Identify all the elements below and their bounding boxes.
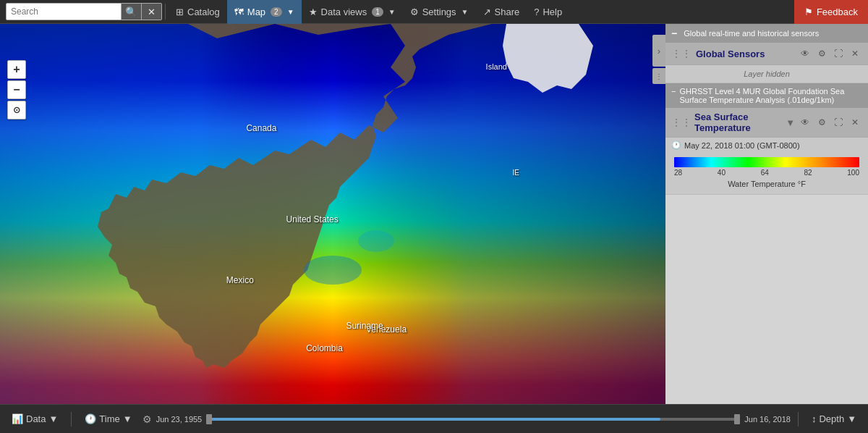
separator [165,4,166,20]
clear-search-button[interactable]: ✕ [142,3,162,20]
eye-icon[interactable]: 👁 [798,46,812,61]
fullscreen-icon[interactable]: ⛶ [831,46,846,61]
zoom-in-button[interactable]: + [7,60,26,79]
help-nav-item[interactable]: ? Help [527,0,569,24]
share-icon: ↗ [483,7,491,17]
timeline-progress [206,418,660,421]
legend-label-64: 64 [761,169,769,177]
map-label: Map [247,7,265,17]
settings-label: Settings [422,7,456,17]
svg-point-2 [304,256,362,285]
map-icon: 🗺 [234,7,244,17]
dataviews-dropdown-icon: ▼ [388,8,396,16]
legend-unit: Water Temperature °F [674,180,859,193]
drag-handle-icon: ⋮ [655,72,663,80]
right-panel: − Global real-time and historical sensor… [665,24,868,404]
share-nav-item[interactable]: ↗ Share [476,0,527,24]
bottom-bar: 📊 Data ▼ 🕐 Time ▼ ⚙ Jun 23, 1955 Jun 16,… [0,404,868,433]
clock-icon: 🕐 [671,140,681,150]
depth-label: Depth [819,413,844,424]
map-area[interactable]: Canada United States Mexico Venezuela Co… [0,24,665,404]
search-input[interactable] [6,3,122,20]
feedback-button[interactable]: ⚑ Feedback [794,0,868,24]
global-sensors-name: Global Sensors [696,49,793,59]
sea-surface-temp-layer-title: ⋮⋮ Sea Surface Temperature ▼ 👁 ⚙ ⛶ ✕ [665,108,868,138]
map-dropdown-icon: ▼ [287,8,294,16]
dataviews-badge: 1 [372,7,383,17]
bottom-sep-1 [71,412,72,426]
global-sensors-section: − Global real-time and historical sensor… [665,24,868,83]
svg-point-3 [358,230,394,252]
dataviews-label: Data views [321,7,367,17]
search-container: 🔍 ✕ [6,3,162,20]
temperature-legend-bar [674,157,859,167]
zoom-out-button[interactable]: − [7,80,26,99]
layer-hidden-text: Layer hidden [665,65,868,83]
feedback-label: Feedback [817,7,858,17]
collapse-icon[interactable]: − [671,28,677,39]
sea-surface-temp-actions: 👁 ⚙ ⛶ ✕ [798,115,862,130]
data-label: Data [26,413,46,424]
global-sensors-header: − Global real-time and historical sensor… [665,24,868,43]
map-nav-item[interactable]: 🗺 Map 2 ▼ [227,0,302,24]
timeline-start-label: Jun 23, 1955 [156,415,203,424]
settings-small-icon[interactable]: ⚙ [814,46,829,61]
temp-date: 🕐 May 22, 2018 01:00 (GMT-0800) [665,138,868,153]
panel-collapse-button-1[interactable]: › [652,35,665,67]
panel-collapse-button-2[interactable]: ⋮ [652,68,665,84]
settings-nav-item[interactable]: ⚙ Settings ▼ [403,0,476,24]
timeline-settings-icon[interactable]: ⚙ [142,413,152,425]
sea-surface-section-title: GHRSST Level 4 MUR Global Foundation Sea… [679,87,862,104]
drag-handle: ⋮⋮ [671,48,692,59]
top-navigation: 🔍 ✕ ⊞ Catalog 🗺 Map 2 ▼ ★ Data views 1 ▼… [0,0,868,24]
zoom-extent-button[interactable]: ⊙ [7,101,26,119]
time-button[interactable]: 🕐 Time ▼ [79,411,137,427]
timeline-right-handle[interactable] [734,414,740,424]
bottom-sep-2 [798,412,799,426]
legend-labels: 28 40 64 82 100 [674,167,859,180]
clock-icon-bottom: 🕐 [85,413,96,424]
depth-icon: ↕ [812,413,817,424]
timeline-container: Jun 23, 1955 Jun 16, 2018 [156,415,791,424]
temp-date-text: May 22, 2018 01:00 (GMT-0800) [684,141,800,150]
close-layer-icon[interactable]: ✕ [848,46,862,61]
global-sensors-actions: 👁 ⚙ ⛶ ✕ [798,46,862,61]
timeline-left-handle[interactable] [206,414,212,424]
legend-label-28: 28 [674,169,682,177]
data-button[interactable]: 📊 Data ▼ [6,411,64,427]
dropdown-icon[interactable]: ▼ [786,117,795,128]
dataviews-nav-item[interactable]: ★ Data views 1 ▼ [302,0,403,24]
timeline-track-wrapper[interactable] [206,418,740,421]
close-layer-icon-2[interactable]: ✕ [848,115,862,130]
legend-label-100: 100 [847,169,859,177]
time-dropdown-icon: ▼ [123,413,132,424]
search-button[interactable]: 🔍 [122,3,142,20]
legend-label-40: 40 [718,169,726,177]
time-label: Time [99,413,119,424]
legend-bar-container: 28 40 64 82 100 Water Temperature °F [665,153,868,194]
help-icon: ? [534,7,539,17]
drag-handle-temp: ⋮⋮ [671,117,692,128]
gear-icon: ⚙ [410,7,419,17]
depth-dropdown-icon: ▼ [847,413,856,424]
sea-surface-temp-header: − GHRSST Level 4 MUR Global Foundation S… [665,83,868,108]
collapse-temp-icon[interactable]: − [671,87,676,96]
star-icon: ★ [309,7,318,17]
data-icon: 📊 [12,413,23,424]
map-badge: 2 [271,7,282,17]
depth-button[interactable]: ↕ Depth ▼ [806,411,862,427]
timeline-track [206,418,740,421]
fullscreen-icon-2[interactable]: ⛶ [831,115,846,130]
legend-label-82: 82 [804,169,812,177]
catalog-label: Catalog [187,7,220,17]
sea-surface-temp-name: Sea Surface Temperature [694,112,783,133]
catalog-nav-item[interactable]: ⊞ Catalog [169,0,227,24]
timeline-end-label: Jun 16, 2018 [744,415,791,424]
map-visualization [0,24,665,404]
flag-icon: ⚑ [804,7,813,17]
help-label: Help [542,7,562,17]
share-label: Share [495,7,520,17]
map-controls: + − ⊙ [7,60,26,119]
settings-small-icon-2[interactable]: ⚙ [814,115,829,130]
eye-icon-2[interactable]: 👁 [798,115,812,130]
